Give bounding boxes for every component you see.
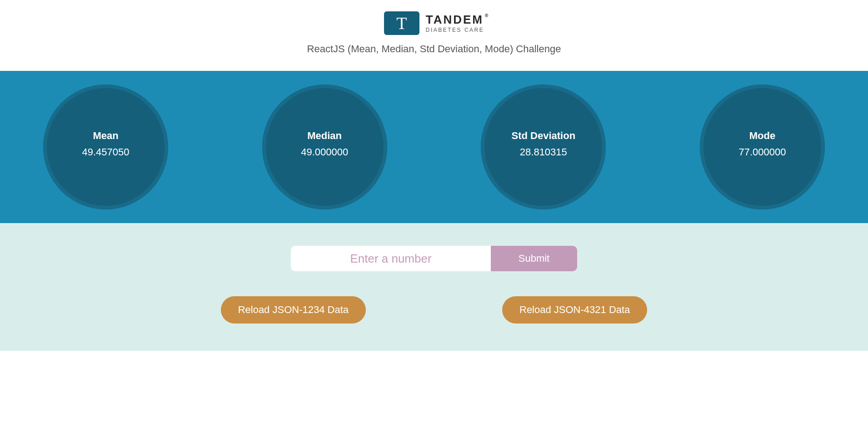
stat-mean: Mean 49.457050 xyxy=(43,85,168,209)
stat-median-label: Median xyxy=(307,130,342,142)
logo-sub-text: DIABETES CARE xyxy=(426,27,484,33)
page-subtitle: ReactJS (Mean, Median, Std Deviation, Mo… xyxy=(307,43,561,55)
stat-median: Median 49.000000 xyxy=(262,85,387,209)
number-input[interactable] xyxy=(291,246,491,271)
stat-median-value: 49.000000 xyxy=(301,146,348,158)
stat-std-deviation: Std Deviation 28.810315 xyxy=(481,85,606,209)
stat-mean-label: Mean xyxy=(93,130,118,142)
stat-std-deviation-label: Std Deviation xyxy=(512,130,576,142)
stat-mean-value: 49.457050 xyxy=(82,146,130,158)
stat-std-deviation-value: 28.810315 xyxy=(520,146,567,158)
logo-icon: T xyxy=(384,11,419,35)
reload-json-1234-button[interactable]: Reload JSON-1234 Data xyxy=(221,296,366,323)
header: T TANDEM DIABETES CARE ReactJS (Mean, Me… xyxy=(0,0,868,71)
stats-band: Mean 49.457050 Median 49.000000 Std Devi… xyxy=(0,71,868,223)
stat-mode-label: Mode xyxy=(749,130,775,142)
stat-mode: Mode 77.000000 xyxy=(700,85,825,209)
reload-row: Reload JSON-1234 Data Reload JSON-4321 D… xyxy=(221,296,648,323)
logo-t-icon: T xyxy=(396,13,407,33)
controls-band: Submit Reload JSON-1234 Data Reload JSON… xyxy=(0,223,868,351)
reload-json-4321-button[interactable]: Reload JSON-4321 Data xyxy=(502,296,647,323)
stat-mode-value: 77.000000 xyxy=(738,146,786,158)
logo-text: TANDEM DIABETES CARE xyxy=(426,14,484,33)
logo: T TANDEM DIABETES CARE xyxy=(384,11,484,35)
input-row: Submit xyxy=(291,246,577,271)
submit-button[interactable]: Submit xyxy=(491,246,577,271)
logo-main-text: TANDEM xyxy=(426,14,484,25)
